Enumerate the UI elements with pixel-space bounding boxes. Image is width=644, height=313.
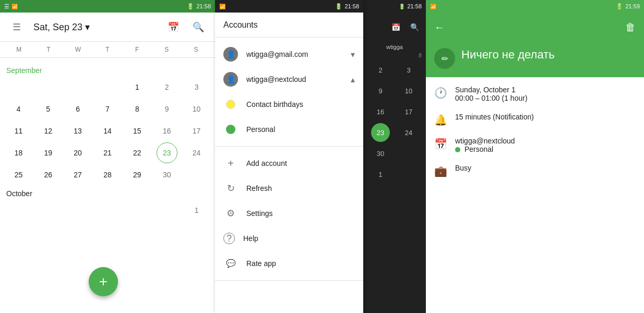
- cal-day-sep28[interactable]: 28: [97, 164, 118, 185]
- cal-day-sep26[interactable]: 26: [38, 164, 58, 185]
- signal-icon-4: 📶: [430, 4, 436, 9]
- cal-day-sep22[interactable]: 22: [127, 142, 148, 163]
- cal-day-sep25[interactable]: 25: [8, 164, 29, 185]
- time-2: 21:58: [344, 3, 359, 9]
- delete-button[interactable]: 🗑: [625, 21, 636, 33]
- cal-day-oct1[interactable]: 1: [186, 200, 207, 221]
- rate-app-item[interactable]: 💬 Rate app: [215, 251, 363, 276]
- cal-day-sep18[interactable]: 18: [8, 142, 29, 163]
- cal-day-sep27[interactable]: 27: [67, 164, 88, 185]
- status-bar-4: 📶 🔋 21:59: [426, 0, 644, 13]
- refresh-label: Refresh: [246, 184, 355, 192]
- day-header-tue: T: [34, 44, 64, 55]
- cal-day-sep29[interactable]: 29: [127, 164, 148, 185]
- cal-day-sep11[interactable]: 11: [8, 121, 29, 141]
- dark-day-23-today[interactable]: 23: [371, 123, 390, 142]
- personal-calendar-item[interactable]: Personal: [215, 117, 363, 142]
- dark-day-24[interactable]: 24: [396, 123, 422, 142]
- account-gmail[interactable]: 👤 wtigga@gmail.com ▾: [215, 42, 363, 67]
- cal-day-sep23-today[interactable]: 23: [157, 142, 177, 163]
- cal-day-sep20[interactable]: 20: [67, 142, 88, 163]
- event-account: wtigga@nextcloud: [455, 137, 515, 145]
- dark-search-icon[interactable]: 🔍: [407, 20, 422, 34]
- contact-birthdays-item[interactable]: Contact birthdays: [215, 92, 363, 117]
- cal-day-sep4[interactable]: 4: [8, 99, 29, 119]
- actions-section: + Add account ↻ Refresh ⚙ Settings ? Hel…: [215, 147, 363, 281]
- dark-day-30[interactable]: 30: [367, 144, 393, 163]
- personal-label: Personal: [246, 125, 355, 134]
- cal-day-sep3[interactable]: 3: [186, 77, 207, 98]
- cal-day-sep5[interactable]: 5: [38, 99, 58, 119]
- birthday-dot: [226, 100, 235, 109]
- dark-day-2[interactable]: 2: [367, 61, 393, 79]
- birthdays-label: Contact birthdays: [246, 100, 355, 109]
- cal-day-sep2[interactable]: 2: [157, 77, 177, 98]
- datetime-content: Sunday, October 1 00:00 – 01:00 (1 hour): [455, 86, 528, 102]
- personal-calendar-text: Personal: [464, 145, 493, 153]
- cal-day-sep17[interactable]: 17: [186, 121, 207, 141]
- settings-item[interactable]: ⚙ Settings: [215, 201, 363, 226]
- personal-icon: [223, 122, 238, 137]
- status-left-4: 📶: [430, 4, 436, 9]
- cal-day-sep7[interactable]: 7: [97, 99, 118, 119]
- event-reminder: 15 minutes (Notification): [455, 113, 534, 121]
- cal-day-sep16[interactable]: 16: [157, 121, 177, 141]
- account-nextcloud[interactable]: 👤 wtigga@nextcloud ▴: [215, 67, 363, 92]
- battery-icon-4: 🔋: [616, 3, 623, 10]
- briefcase-icon: 💼: [434, 165, 447, 177]
- edit-button[interactable]: ✏: [434, 48, 455, 69]
- calendar-title[interactable]: Sat, Sep 23 ▾: [33, 21, 157, 33]
- bell-icon: 🔔: [434, 114, 447, 126]
- cal-day-sep10[interactable]: 10: [186, 99, 207, 119]
- status-right-2: 🔋 21:58: [335, 3, 359, 10]
- cal-day-sep13[interactable]: 13: [67, 121, 88, 141]
- dark-day-17[interactable]: 17: [396, 102, 422, 121]
- search-icon[interactable]: 🔍: [190, 19, 207, 35]
- october-grid: 1: [4, 200, 211, 221]
- dark-day-10[interactable]: 10: [396, 81, 422, 100]
- calendar-detail-icon: 📅: [434, 138, 447, 150]
- day-header-sat: S: [152, 44, 182, 55]
- calendar-icon[interactable]: 📅: [165, 19, 182, 35]
- dark-calendar-icon[interactable]: 📅: [388, 20, 403, 34]
- cal-day-sep9[interactable]: 9: [157, 99, 177, 119]
- refresh-item[interactable]: ↻ Refresh: [215, 176, 363, 201]
- panel-dark-calendar: 🔋 21:58 📅 🔍 wtigga 8 2 3 9 10 16 17 23 2…: [363, 0, 426, 313]
- panel-menu: 📶 🔋 21:58 Accounts 👤 wtigga@gmail.com ▾ …: [215, 0, 363, 313]
- status-right-1: 🔋 21:58: [187, 3, 211, 10]
- cal-day-sep6[interactable]: 6: [67, 99, 88, 119]
- cal-day-sep19[interactable]: 19: [38, 142, 58, 163]
- dark-day-3[interactable]: 3: [396, 61, 422, 79]
- cal-day-sep15[interactable]: 15: [127, 121, 148, 141]
- personal-dot: [226, 125, 235, 134]
- add-account-item[interactable]: + Add account: [215, 151, 363, 176]
- day-headers: M T W T F S S: [0, 42, 215, 58]
- cal-day-sep12[interactable]: 12: [38, 121, 58, 141]
- cal-day-sep1[interactable]: 1: [127, 77, 148, 98]
- time-3: 21:58: [407, 3, 422, 9]
- dark-day-9[interactable]: 9: [367, 81, 393, 100]
- hamburger-button[interactable]: ☰: [8, 19, 25, 35]
- status-left-1: ☰ 📶: [4, 3, 18, 10]
- dark-day-empty: [396, 144, 422, 163]
- cal-day-sep30[interactable]: 30: [157, 164, 177, 185]
- dark-day-1-oct[interactable]: 1: [367, 165, 393, 184]
- rate-label: Rate app: [246, 259, 355, 268]
- help-item[interactable]: ? Help: [215, 226, 363, 251]
- fab-add-event[interactable]: +: [89, 267, 118, 296]
- dark-day-empty2: [396, 165, 422, 184]
- cal-day-sep24[interactable]: 24: [186, 142, 207, 163]
- battery-icon: 🔋: [187, 3, 194, 10]
- collapse-nextcloud-icon[interactable]: ▴: [351, 75, 355, 85]
- month-label-october: October: [4, 185, 211, 200]
- status-bar-1: ☰ 📶 🔋 21:58: [0, 0, 215, 13]
- dark-day-16[interactable]: 16: [367, 102, 393, 121]
- status-content: Busy: [455, 164, 471, 172]
- cal-day-sep8[interactable]: 8: [127, 99, 148, 119]
- avatar-nextcloud: 👤: [223, 72, 238, 87]
- add-account-label: Add account: [246, 159, 355, 167]
- expand-gmail-icon[interactable]: ▾: [351, 50, 355, 59]
- back-button[interactable]: ←: [434, 21, 445, 33]
- cal-day-sep21[interactable]: 21: [97, 142, 118, 163]
- cal-day-sep14[interactable]: 14: [97, 121, 118, 141]
